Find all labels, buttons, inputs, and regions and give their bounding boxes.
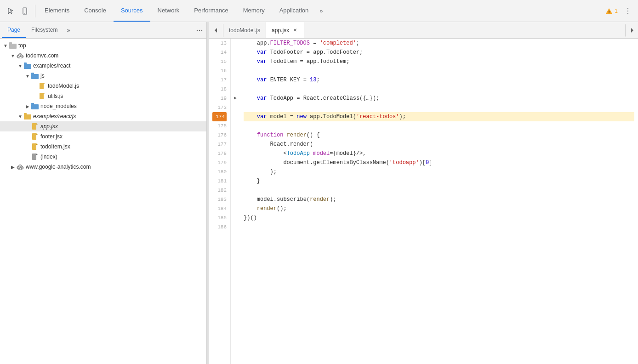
tree-item-js[interactable]: ▼ js xyxy=(0,71,206,81)
tab-elements[interactable]: Elements xyxy=(37,0,77,22)
code-view[interactable]: 13 14 15 16 17 18 19 173 174 175 176 177… xyxy=(209,39,638,364)
tree-label-google-analytics: www.google-analytics.com xyxy=(26,164,91,170)
sidebar-tab-page[interactable]: Page xyxy=(2,22,26,38)
tab-memory[interactable]: Memory xyxy=(236,0,272,22)
svg-marker-28 xyxy=(36,133,38,135)
code-lines: app.FILTER_TODOS = 'completed'; var Todo… xyxy=(240,39,638,364)
line-num-19: 19 xyxy=(212,94,227,103)
tree-label-top: top xyxy=(18,42,26,49)
code-tab-todomodel[interactable]: todoModel.js xyxy=(223,22,266,38)
file-icon-todomodel xyxy=(39,82,46,90)
tree-label-index: (index) xyxy=(40,154,57,160)
line-num-179: 179 xyxy=(212,158,227,167)
warning-badge[interactable]: ! 1 xyxy=(605,7,618,15)
svg-marker-20 xyxy=(44,93,45,94)
code-line-19: var TodoApp = React.createClass({…}); xyxy=(244,94,634,103)
svg-marker-26 xyxy=(36,123,38,125)
gutter-180 xyxy=(231,167,240,176)
more-tabs-button[interactable]: » xyxy=(316,0,326,22)
tree-arrow-node-modules: ▶ xyxy=(24,102,31,110)
code-tab-appjsx[interactable]: app.jsx ✕ xyxy=(266,22,304,38)
line-num-14: 14 xyxy=(212,48,227,57)
svg-rect-25 xyxy=(32,123,36,130)
cloud-icon-todomvc xyxy=(17,52,24,59)
sidebar: Page Filesystem » ▼ top ▼ xyxy=(0,22,207,364)
line-num-174: 174 xyxy=(212,112,227,121)
line-num-177: 177 xyxy=(212,140,227,149)
gutter-184 xyxy=(231,204,240,213)
close-tab-button[interactable]: ✕ xyxy=(292,27,298,34)
tree-item-todomodel[interactable]: todoModel.js xyxy=(0,81,206,91)
tree-item-index[interactable]: (index) xyxy=(0,152,206,162)
warning-icon: ! xyxy=(605,7,613,15)
tree-label-footer-jsx: footer.jsx xyxy=(40,133,63,140)
tree-item-top[interactable]: ▼ top xyxy=(0,40,206,51)
svg-rect-7 xyxy=(9,44,17,49)
gutter-181 xyxy=(231,176,240,186)
line-num-176: 176 xyxy=(212,131,227,140)
gutter-177 xyxy=(231,140,240,149)
code-line-176: function render() { xyxy=(244,131,634,140)
code-line-175 xyxy=(244,121,634,131)
gutter-174 xyxy=(231,112,240,121)
tree-item-google-analytics[interactable]: ▶ www.google-analytics.com xyxy=(0,162,206,172)
tree-item-todomvc[interactable]: ▼ todomvc.com xyxy=(0,51,206,61)
tree-label-app-jsx: app.jsx xyxy=(40,123,58,130)
svg-point-5 xyxy=(199,29,200,30)
code-line-183: model.subscribe(render); xyxy=(244,195,634,204)
svg-rect-17 xyxy=(40,83,44,89)
code-line-177: React.render( xyxy=(244,140,634,149)
line-num-18: 18 xyxy=(212,85,227,94)
code-line-16 xyxy=(244,66,634,75)
file-icon-footer-jsx xyxy=(31,133,39,140)
code-line-185: })() xyxy=(244,213,634,222)
tree-item-app-jsx[interactable]: app.jsx xyxy=(0,121,206,131)
tree-item-utils[interactable]: utils.js xyxy=(0,91,206,101)
code-line-18 xyxy=(244,85,634,94)
sidebar-menu-button[interactable] xyxy=(194,22,205,38)
tab-application[interactable]: Application xyxy=(272,0,316,22)
tree-item-node-modules[interactable]: ▶ node_modules xyxy=(0,101,206,111)
sidebar-more-tabs[interactable]: » xyxy=(65,22,72,38)
line-num-16: 16 xyxy=(212,66,227,75)
sidebar-toggle-button[interactable] xyxy=(209,24,223,37)
svg-marker-30 xyxy=(36,143,38,145)
collapse-panel-button[interactable] xyxy=(625,24,638,37)
gutter-179 xyxy=(231,158,240,167)
devtools-icons xyxy=(4,5,35,17)
line-num-185: 185 xyxy=(212,213,227,222)
gutter-15 xyxy=(231,57,240,66)
nav-tabs: Elements Console Sources Network Perform… xyxy=(37,0,605,22)
tree-item-footer-jsx[interactable]: footer.jsx xyxy=(0,131,206,142)
svg-rect-22 xyxy=(31,103,34,105)
tree-item-todoitem-jsx[interactable]: todoItem.jsx xyxy=(0,142,206,152)
line-num-182: 182 xyxy=(212,186,227,195)
tree-arrow-todomvc: ▼ xyxy=(9,52,17,59)
tree-item-examples-react[interactable]: ▼ examples/react xyxy=(0,61,206,71)
tree-item-examples-react-js[interactable]: ▼ examples/react/js xyxy=(0,111,206,121)
tab-sources[interactable]: Sources xyxy=(114,0,150,22)
tree-label-todomvc: todomvc.com xyxy=(26,52,58,59)
tab-performance[interactable]: Performance xyxy=(187,0,235,22)
tree-label-examples-react-js: examples/react/js xyxy=(33,113,76,119)
code-line-180: ); xyxy=(244,167,634,176)
tree-label-utils: utils.js xyxy=(48,93,63,99)
sidebar-tab-filesystem[interactable]: Filesystem xyxy=(26,22,63,38)
tab-console[interactable]: Console xyxy=(77,0,114,22)
svg-marker-32 xyxy=(36,154,38,155)
svg-text:!: ! xyxy=(609,10,610,14)
mobile-icon[interactable] xyxy=(18,5,31,17)
line-num-186: 186 xyxy=(212,222,227,232)
cursor-icon[interactable] xyxy=(4,5,17,17)
gutter-13 xyxy=(231,39,240,48)
svg-rect-21 xyxy=(31,104,39,109)
code-panel: todoModel.js app.jsx ✕ 13 14 15 16 17 18… xyxy=(209,22,638,364)
line-num-173: 173 xyxy=(212,103,227,112)
tab-network[interactable]: Network xyxy=(150,0,187,22)
tree-label-examples-react: examples/react xyxy=(33,63,70,69)
line-num-180: 180 xyxy=(212,167,227,176)
code-line-178: <TodoApp model={model}/>, xyxy=(244,149,634,158)
more-menu-button[interactable]: ⋮ xyxy=(621,5,634,17)
gutter-178 xyxy=(231,149,240,158)
tree-arrow-examples-react-js: ▼ xyxy=(17,113,24,120)
